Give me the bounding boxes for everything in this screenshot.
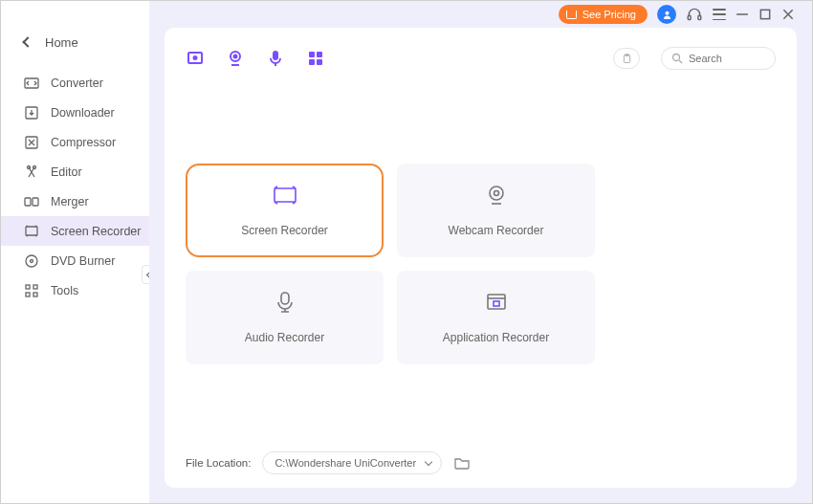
card-audio-recorder[interactable]: Audio Recorder — [186, 271, 384, 364]
folder-icon — [453, 456, 471, 470]
sidebar-item-converter[interactable]: Converter — [1, 68, 149, 98]
chevron-down-icon — [425, 458, 432, 466]
titlebar: See Pricing — [149, 1, 812, 28]
svg-rect-10 — [26, 285, 30, 289]
maximize-button[interactable] — [758, 8, 772, 21]
nav-label: Converter — [51, 77, 103, 90]
see-pricing-button[interactable]: See Pricing — [559, 5, 648, 24]
nav-label: Compressor — [51, 136, 116, 149]
headset-icon — [686, 6, 703, 23]
screen-recorder-icon — [24, 224, 39, 239]
main-area: See Pricing — [149, 1, 812, 503]
account-button[interactable] — [657, 5, 676, 24]
editor-icon — [24, 164, 39, 180]
svg-rect-5 — [25, 198, 31, 206]
merger-icon — [24, 194, 39, 209]
tools-icon — [24, 283, 39, 298]
menu-button[interactable] — [713, 9, 726, 20]
nav-label: DVD Burner — [51, 254, 115, 268]
svg-rect-11 — [33, 285, 37, 289]
svg-rect-13 — [33, 293, 37, 296]
sidebar-item-merger[interactable]: Merger — [1, 186, 149, 216]
svg-point-8 — [26, 255, 37, 267]
svg-point-9 — [31, 259, 33, 262]
webcam-icon — [483, 184, 510, 207]
cart-icon — [566, 11, 577, 19]
search-box[interactable] — [661, 47, 776, 70]
content-panel: Screen Recorder Webcam Recorder Audio Re… — [165, 28, 797, 488]
search-input[interactable] — [689, 53, 765, 64]
sidebar-item-downloader[interactable]: Downloader — [1, 98, 149, 127]
svg-point-36 — [490, 186, 503, 200]
webcam-mode-button[interactable] — [226, 49, 245, 68]
svg-rect-30 — [317, 59, 322, 65]
svg-rect-41 — [494, 301, 499, 306]
card-application-recorder[interactable]: Application Recorder — [397, 271, 595, 364]
toolbar — [186, 43, 776, 74]
svg-rect-6 — [33, 198, 38, 206]
dvd-burner-icon — [24, 253, 39, 269]
svg-rect-15 — [688, 15, 691, 20]
clipboard-button[interactable] — [613, 48, 640, 69]
user-icon — [662, 10, 672, 20]
svg-point-22 — [194, 56, 197, 59]
nav-label: Screen Recorder — [51, 225, 142, 238]
nav-label: Merger — [51, 195, 89, 208]
chevron-left-icon — [22, 36, 33, 47]
sidebar: Home Converter Downloader Compressor Edi… — [1, 1, 149, 503]
svg-rect-25 — [273, 51, 278, 60]
nav-label: Editor — [51, 165, 82, 179]
screen-icon — [272, 184, 298, 207]
nav-label: Downloader — [51, 106, 115, 120]
card-webcam-recorder[interactable]: Webcam Recorder — [397, 164, 595, 257]
screen-record-mode-button[interactable] — [186, 49, 205, 68]
sidebar-item-dvd-burner[interactable]: DVD Burner — [1, 246, 149, 275]
microphone-icon — [272, 291, 298, 314]
recorder-cards: Screen Recorder Webcam Recorder Audio Re… — [186, 164, 776, 364]
app-mode-button[interactable] — [306, 49, 325, 68]
audio-mode-button[interactable] — [266, 49, 285, 68]
open-folder-button[interactable] — [453, 456, 471, 470]
card-label: Audio Recorder — [245, 331, 324, 344]
close-button[interactable] — [781, 8, 795, 21]
svg-rect-18 — [760, 10, 769, 18]
home-button[interactable]: Home — [1, 28, 149, 56]
sidebar-item-tools[interactable]: Tools — [1, 275, 149, 305]
card-label: Screen Recorder — [241, 224, 328, 237]
sidebar-item-compressor[interactable]: Compressor — [1, 127, 149, 157]
card-label: Application Recorder — [443, 331, 549, 344]
file-location-path: C:\Wondershare UniConverter — [275, 457, 416, 469]
support-button[interactable] — [686, 6, 703, 23]
svg-rect-29 — [309, 59, 315, 65]
card-label: Webcam Recorder — [449, 224, 544, 237]
sidebar-item-screen-recorder[interactable]: Screen Recorder — [1, 216, 149, 246]
search-icon — [671, 53, 683, 64]
file-location-label: File Location: — [186, 457, 251, 469]
converter-icon — [24, 76, 39, 91]
svg-point-33 — [673, 55, 680, 61]
application-icon — [483, 291, 510, 314]
file-location-select[interactable]: C:\Wondershare UniConverter — [262, 451, 442, 474]
footer: File Location: C:\Wondershare UniConvert… — [186, 451, 776, 474]
svg-rect-38 — [281, 293, 289, 304]
svg-point-24 — [234, 55, 237, 58]
svg-rect-16 — [698, 15, 701, 20]
svg-line-34 — [679, 60, 682, 63]
home-label: Home — [45, 35, 78, 50]
svg-rect-28 — [317, 52, 322, 57]
svg-rect-7 — [26, 227, 37, 235]
svg-point-14 — [665, 11, 669, 14]
pricing-label: See Pricing — [582, 9, 636, 20]
minimize-button[interactable] — [736, 8, 749, 21]
compressor-icon — [24, 135, 39, 150]
svg-point-37 — [494, 191, 498, 196]
svg-rect-35 — [275, 188, 296, 202]
downloader-icon — [24, 105, 39, 121]
svg-rect-12 — [26, 293, 30, 296]
clipboard-icon — [622, 54, 632, 64]
svg-rect-27 — [309, 52, 315, 57]
nav-label: Tools — [51, 284, 78, 297]
card-screen-recorder[interactable]: Screen Recorder — [186, 164, 384, 257]
sidebar-item-editor[interactable]: Editor — [1, 157, 149, 186]
